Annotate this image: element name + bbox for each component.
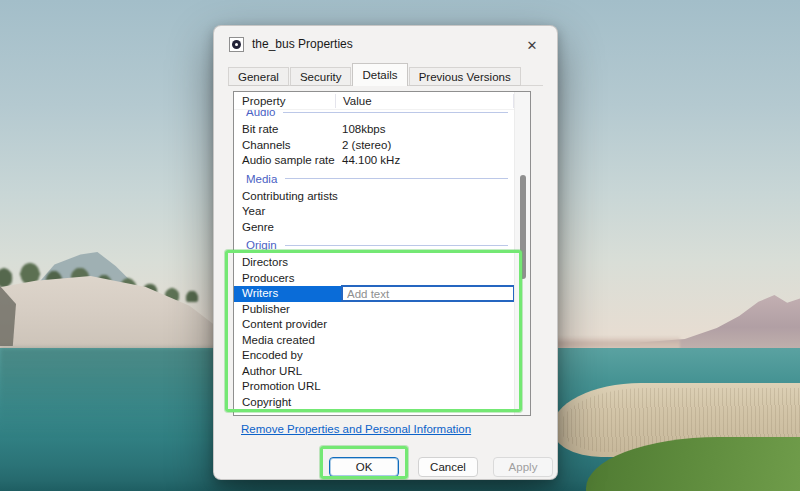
value-cell — [335, 364, 514, 380]
list-body: AudioBit rate108kbpsChannels2 (stereo)Au… — [234, 110, 514, 415]
property-cell: Content provider — [234, 317, 335, 333]
property-cell: Audio sample rate — [234, 153, 335, 169]
value-cell — [335, 220, 514, 236]
remove-properties-link[interactable]: Remove Properties and Personal Informati… — [241, 423, 471, 435]
cancel-button[interactable]: Cancel — [418, 457, 478, 477]
table-row-directors[interactable]: Directors — [234, 255, 514, 271]
section-divider-line — [285, 245, 508, 246]
table-row-year[interactable]: Year — [234, 204, 514, 220]
property-cell: Author URL — [234, 364, 335, 380]
list-header: Property Value — [234, 92, 530, 110]
column-header-value[interactable]: Value — [336, 94, 514, 108]
value-cell — [335, 348, 514, 364]
table-row-encoded-by[interactable]: Encoded by — [234, 348, 514, 364]
value-cell: 108kbps — [335, 122, 514, 138]
section-label: Origin — [246, 239, 277, 251]
table-row-copyright[interactable]: Copyright — [234, 395, 514, 411]
table-row-publisher[interactable]: Publisher — [234, 302, 514, 318]
window-title: the_bus Properties — [252, 37, 353, 51]
value-cell — [335, 255, 514, 271]
table-row-content-provider[interactable]: Content provider — [234, 317, 514, 333]
table-row-promotion-url[interactable]: Promotion URL — [234, 379, 514, 395]
details-list: Property Value AudioBit rate108kbpsChann… — [233, 91, 531, 416]
property-cell: Encoded by — [234, 348, 335, 364]
value-cell — [335, 189, 514, 205]
wallpaper-reflection — [0, 348, 218, 438]
tab-general[interactable]: General — [228, 67, 289, 86]
table-row-producers[interactable]: Producers — [234, 271, 514, 287]
writers-edit-input[interactable] — [341, 285, 514, 302]
property-cell: Producers — [234, 271, 335, 287]
section-divider-line — [283, 112, 508, 113]
table-row-channels[interactable]: Channels2 (stereo) — [234, 138, 514, 154]
table-row-author-url[interactable]: Author URL — [234, 364, 514, 380]
value-cell — [335, 395, 514, 411]
scrollbar-thumb[interactable] — [520, 175, 526, 279]
property-cell: Publisher — [234, 302, 335, 318]
table-row-writers[interactable]: Writers — [234, 286, 514, 302]
property-cell: Writers — [234, 286, 335, 302]
property-cell: Year — [234, 204, 335, 220]
section-label: Media — [246, 173, 277, 185]
tab-previous-versions[interactable]: Previous Versions — [409, 67, 521, 86]
tab-details[interactable]: Details — [352, 63, 407, 86]
scrollbar-track[interactable] — [514, 92, 530, 415]
property-cell: Promotion URL — [234, 379, 335, 395]
desktop-wallpaper: the_bus Properties ✕ GeneralSecurityDeta… — [0, 0, 800, 491]
property-cell: Media created — [234, 333, 335, 349]
table-row-bit-rate[interactable]: Bit rate108kbps — [234, 122, 514, 138]
tab-bar: GeneralSecurityDetailsPrevious Versions — [228, 63, 522, 86]
property-cell: Directors — [234, 255, 335, 271]
property-cell: Genre — [234, 220, 335, 236]
value-cell — [335, 302, 514, 318]
section-header-media: Media — [234, 169, 514, 189]
table-row-genre[interactable]: Genre — [234, 220, 514, 236]
table-row-contributing-artists[interactable]: Contributing artists — [234, 189, 514, 205]
value-cell — [335, 204, 514, 220]
section-header-audio: Audio — [234, 110, 514, 122]
media-file-icon — [229, 37, 244, 52]
tab-security[interactable]: Security — [290, 67, 352, 86]
value-cell: 44.100 kHz — [335, 153, 514, 169]
table-row-audio-sample-rate[interactable]: Audio sample rate44.100 kHz — [234, 153, 514, 169]
property-cell: Bit rate — [234, 122, 335, 138]
properties-dialog: the_bus Properties ✕ GeneralSecurityDeta… — [213, 25, 558, 480]
section-label: Audio — [246, 110, 275, 118]
column-header-property[interactable]: Property — [234, 94, 336, 108]
value-cell — [335, 317, 514, 333]
value-cell — [335, 379, 514, 395]
section-header-origin: Origin — [234, 235, 514, 255]
property-cell: Contributing artists — [234, 189, 335, 205]
ok-button[interactable]: OK — [329, 457, 399, 477]
property-cell: Channels — [234, 138, 335, 154]
section-divider-line — [285, 178, 508, 179]
apply-button[interactable]: Apply — [493, 457, 553, 477]
property-cell: Copyright — [234, 395, 335, 411]
close-icon[interactable]: ✕ — [520, 34, 544, 56]
table-row-media-created[interactable]: Media created — [234, 333, 514, 349]
title-bar[interactable]: the_bus Properties ✕ — [214, 26, 557, 62]
value-cell — [335, 333, 514, 349]
value-cell — [335, 271, 514, 287]
value-cell: 2 (stereo) — [335, 138, 514, 154]
